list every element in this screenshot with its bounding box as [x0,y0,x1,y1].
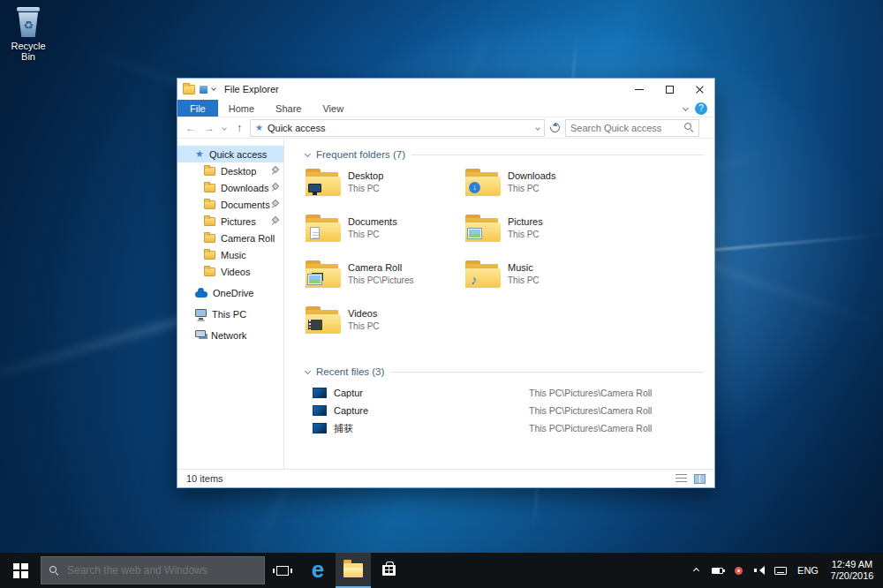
header-rule [390,372,704,373]
quick-access-star-icon: ★ [195,149,204,159]
recycle-symbol-icon: ♻ [23,19,34,31]
taskbar-clock[interactable]: 12:49 AM 7/20/2016 [825,559,883,582]
recent-files-header[interactable]: Recent files (3) [306,365,704,379]
start-button[interactable] [0,553,41,588]
sidebar-item-quick-access[interactable]: ★ Quick access [177,146,283,162]
folder-name: Pictures [508,216,543,227]
sidebar-item-videos[interactable]: Videos [177,263,283,280]
folder-tile-downloads[interactable]: ↓ DownloadsThis PC [465,169,625,215]
language-indicator[interactable]: ENG [791,565,825,576]
frequent-folders-header[interactable]: Frequent folders (7) [306,147,704,162]
folder-icon [204,167,215,176]
camera-roll-folder-icon [306,260,341,288]
recent-locations-chevron[interactable] [220,120,229,136]
network-icon [195,330,206,337]
refresh-button[interactable] [548,121,562,134]
folder-tile-pictures[interactable]: PicturesThis PC [465,215,625,260]
details-view-button[interactable] [675,474,687,484]
item-count: 10 items [186,473,223,484]
folder-tile-desktop[interactable]: DesktopThis PC [306,169,465,215]
sidebar-item-label: Pictures [221,216,256,227]
recycle-bin-label: Recycle Bin [5,41,51,62]
address-bar[interactable]: ★ Quick access [250,119,545,137]
folder-name: Documents [348,216,397,227]
folder-tile-music[interactable]: ♪ MusicThis PC [465,260,625,306]
tab-file[interactable]: File [177,100,218,117]
folder-icon [204,217,215,226]
sidebar-item-label: OneDrive [213,288,253,298]
search-box[interactable] [565,119,699,137]
taskbar-search-box[interactable] [41,556,265,584]
recent-file-row[interactable]: Capture This PC\Pictures\Camera Roll [306,402,704,419]
expand-ribbon-chevron-icon[interactable] [683,105,689,111]
recycle-bin[interactable]: ♻ Recycle Bin [5,7,51,62]
system-tray: ENG 12:49 AM 7/20/2016 [685,553,883,588]
sidebar-item-onedrive[interactable]: OneDrive [177,284,283,301]
folder-tile-documents[interactable]: DocumentsThis PC [306,215,465,260]
address-dropdown-chevron-icon[interactable] [535,125,540,131]
folder-name: Downloads [508,170,555,181]
recent-file-row[interactable]: 捕获 This PC\Pictures\Camera Roll [306,419,704,437]
folder-location: This PC [348,230,397,239]
tab-home[interactable]: Home [218,100,265,117]
hidden-icons-button[interactable] [685,553,706,588]
sidebar-item-pictures[interactable]: Pictures [177,213,283,230]
up-button[interactable]: ↑ [231,120,247,136]
qat-properties-icon[interactable] [200,86,208,94]
taskbar-search-input[interactable] [67,564,256,577]
forward-button[interactable]: → [201,120,217,136]
store-icon [382,565,396,576]
tab-view[interactable]: View [312,100,354,117]
breadcrumb-location[interactable]: Quick access [268,123,325,133]
sidebar-item-documents[interactable]: Documents [177,196,283,213]
touch-keyboard-button[interactable] [770,553,791,588]
search-input[interactable] [570,123,681,133]
sidebar-item-downloads[interactable]: Downloads [177,179,283,196]
volume-button[interactable] [749,553,770,588]
titlebar[interactable]: File Explorer [177,79,714,100]
recycle-bin-body: ♻ [18,12,39,37]
recent-file-name: Captur [334,388,529,398]
tab-share[interactable]: Share [265,100,312,117]
chevron-down-icon [222,125,227,131]
maximize-button[interactable] [654,79,684,100]
folder-tile-videos[interactable]: VideosThis PC [306,306,465,352]
sidebar-item-label: Network [211,330,246,341]
task-view-button[interactable] [265,553,300,588]
battery-button[interactable] [706,553,728,588]
file-explorer-taskbar-button[interactable] [336,553,371,588]
help-button[interactable]: ? [695,102,707,115]
pin-icon [270,200,278,208]
recent-file-row[interactable]: Captur This PC\Pictures\Camera Roll [306,384,704,402]
folder-name: Desktop [348,170,383,181]
collapse-chevron-icon[interactable] [305,367,311,373]
folder-tile-camera-roll[interactable]: Camera RollThis PC\Pictures [306,260,465,306]
sidebar-item-this-pc[interactable]: This PC [177,305,283,322]
recycle-bin-icon: ♻ [17,7,40,37]
sidebar-item-desktop[interactable]: Desktop [177,162,283,179]
file-explorer-window: File Explorer File Home Share View ? ← →… [177,78,715,488]
close-button[interactable] [684,79,714,100]
folder-name: Videos [348,308,380,319]
ribbon-right-controls: ? [683,100,714,117]
thumbnail-view-button[interactable] [694,474,706,484]
tray-app-icon [735,567,743,575]
desktop-folder-icon [306,169,341,196]
folder-location: This PC [508,184,555,193]
screenshot-thumbnail-icon [313,388,327,398]
tray-app-button[interactable] [728,553,749,588]
store-button[interactable] [371,553,406,588]
file-explorer-icon[interactable] [183,85,195,94]
task-view-icon [276,566,289,576]
collapse-chevron-icon[interactable] [305,150,311,156]
sidebar-item-camera-roll[interactable]: Camera Roll [177,230,283,246]
sidebar-item-label: Music [221,250,246,260]
edge-button[interactable]: e [300,553,336,588]
sidebar-item-music[interactable]: Music [177,246,283,263]
back-button[interactable]: ← [183,120,199,136]
recent-file-path: This PC\Pictures\Camera Roll [529,405,652,416]
folder-location: This PC [348,321,380,331]
qat-customize-chevron-icon[interactable] [211,86,216,91]
minimize-button[interactable] [624,79,654,100]
sidebar-item-network[interactable]: Network [177,327,283,343]
